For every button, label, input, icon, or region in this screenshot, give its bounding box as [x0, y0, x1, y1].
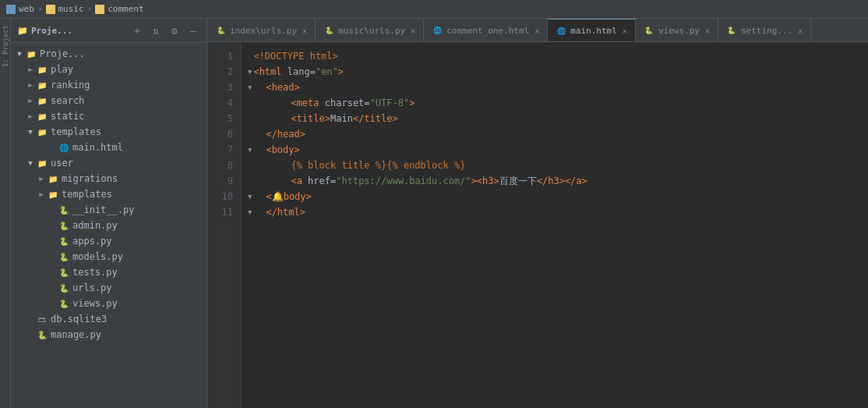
- tab-label-comment-one: comment_one.html: [446, 26, 529, 36]
- tab-music-urls[interactable]: 🐍 music\urls.py ✕: [316, 19, 424, 42]
- main-layout: 1: Project 📁 Proje... + ⇅ ⚙ — ▼ 📁 Proje.…: [0, 19, 868, 408]
- token-1-1: <!DOCTYPE html>: [253, 48, 337, 64]
- tab-settings[interactable]: 🐍 setting... ✕: [718, 19, 811, 42]
- tree-label-db-sqlite: db.sqlite3: [51, 314, 107, 325]
- token-6-1: </head>: [266, 126, 305, 142]
- breadcrumb-comment[interactable]: comment: [95, 4, 143, 14]
- expand-arrow-migrations: ▶: [36, 173, 47, 184]
- tree-item-tests-py[interactable]: 🐍 tests.py: [11, 264, 206, 280]
- tree-item-manage-py[interactable]: 🐍 manage.py: [11, 327, 206, 342]
- tree-collapse-button[interactable]: ⇅: [149, 23, 163, 37]
- tree-item-main-html[interactable]: 🌐 main.html: [11, 140, 206, 155]
- fold-2[interactable]: ▼: [248, 64, 252, 80]
- tree-item-play[interactable]: ▶ 📁 play: [11, 62, 206, 77]
- tab-label-views-py: views.py: [658, 26, 700, 36]
- token-9-7: </h3>: [537, 173, 565, 189]
- breadcrumb-web-label: web: [19, 4, 34, 14]
- token-2-1: <html: [253, 64, 281, 80]
- expand-arrow-user-templates: ▶: [36, 189, 47, 200]
- fold-5[interactable]: [248, 111, 252, 126]
- tree-item-project-root[interactable]: ▼ 📁 Proje...: [11, 46, 206, 62]
- tab-label-index-urls: index\urls.py: [230, 26, 297, 36]
- init-py-icon: 🐍: [58, 204, 70, 216]
- breadcrumb-sep-2: ›: [87, 4, 93, 14]
- line-num-6: 6: [207, 126, 241, 142]
- tree-item-views-py[interactable]: 🐍 views.py: [11, 296, 206, 311]
- code-line-10: ▼ < 🔔 body>: [242, 189, 868, 204]
- breadcrumb-music-label: music: [58, 4, 84, 14]
- tree-item-static[interactable]: ▶ 📁 static: [11, 108, 206, 124]
- tab-close-index-urls[interactable]: ✕: [302, 27, 307, 35]
- tree-add-button[interactable]: +: [130, 23, 144, 37]
- fold-7[interactable]: ▼: [248, 142, 252, 158]
- expand-arrow-search: ▶: [25, 95, 36, 106]
- tree-label-play: play: [51, 64, 73, 75]
- tree-item-user-templates[interactable]: ▶ 📁 templates: [11, 186, 206, 202]
- tree-item-user[interactable]: ▼ 📁 user: [11, 155, 206, 171]
- tree-label-templates: templates: [51, 126, 101, 137]
- static-folder-icon: 📁: [36, 110, 48, 122]
- tab-close-main-html[interactable]: ✕: [623, 27, 627, 35]
- fold-9[interactable]: [248, 173, 252, 189]
- root-folder-icon: 📁: [25, 48, 37, 60]
- tab-close-music-urls[interactable]: ✕: [411, 27, 415, 35]
- panel-strip: 1: Project: [0, 19, 11, 408]
- code-line-5: <title> Main </title>: [242, 111, 868, 126]
- fold-6[interactable]: [248, 126, 252, 142]
- tree-title-label: Proje...: [31, 26, 72, 36]
- tree-item-urls-py[interactable]: 🐍 urls.py: [11, 280, 206, 296]
- code-line-9: <a href= "https://www.baidu.com/" > <h3>…: [242, 173, 868, 189]
- tree-label-migrations: migrations: [62, 173, 118, 184]
- token-5-1: <title>: [291, 111, 330, 126]
- fold-4[interactable]: [248, 95, 252, 111]
- tree-folder-icon: 📁: [17, 26, 28, 36]
- tree-item-ranking[interactable]: ▶ 📁 ranking: [11, 77, 206, 93]
- tree-item-migrations[interactable]: ▶ 📁 migrations: [11, 171, 206, 186]
- tab-comment-one[interactable]: 🌐 comment_one.html ✕: [424, 19, 548, 42]
- admin-py-icon: 🐍: [58, 219, 70, 232]
- web-folder-icon: [6, 5, 16, 14]
- tree-label-project-root: Proje...: [40, 48, 85, 59]
- tree-close-button[interactable]: —: [186, 23, 200, 37]
- tab-bar: 🐍 index\urls.py ✕ 🐍 music\urls.py ✕ 🌐 co…: [207, 19, 868, 42]
- tree-item-db-sqlite[interactable]: 🗃 db.sqlite3: [11, 311, 206, 327]
- token-4-3: "UTF-8": [370, 95, 410, 111]
- tree-item-models-py[interactable]: 🐍 models.py: [11, 249, 206, 264]
- fold-10[interactable]: ▼: [248, 189, 252, 204]
- tree-item-apps-py[interactable]: 🐍 apps.py: [11, 233, 206, 249]
- tab-main-html[interactable]: 🌐 main.html ✕: [548, 19, 636, 42]
- tree-item-admin-py[interactable]: 🐍 admin.py: [11, 218, 206, 233]
- line-num-1: 1: [207, 48, 241, 64]
- tab-icon-comment-one: 🌐: [432, 25, 443, 36]
- music-folder-icon: [46, 5, 55, 14]
- breadcrumb-web[interactable]: web: [6, 4, 34, 14]
- code-line-7: ▼ <body>: [242, 142, 868, 158]
- user-templates-folder-icon: 📁: [47, 188, 59, 200]
- tree-settings-button[interactable]: ⚙: [168, 23, 182, 37]
- tree-item-templates[interactable]: ▼ 📁 templates: [11, 124, 206, 140]
- token-11-1: </html>: [266, 204, 305, 220]
- fold-8[interactable]: [248, 158, 252, 173]
- line-numbers: 1 2 3 4 5 6 7 8 9 10 11: [207, 42, 242, 408]
- expand-arrow-ranking: ▶: [25, 80, 36, 90]
- tree-label-main-html: main.html: [72, 142, 123, 153]
- tab-close-comment-one[interactable]: ✕: [535, 27, 539, 35]
- tab-close-views-py[interactable]: ✕: [705, 27, 710, 35]
- tab-views-py[interactable]: 🐍 views.py ✕: [636, 19, 718, 42]
- line-num-9: 9: [207, 173, 241, 189]
- fold-11[interactable]: ▼: [248, 204, 252, 220]
- project-panel-label[interactable]: 1: Project: [2, 22, 9, 70]
- tree-item-search[interactable]: ▶ 📁 search: [11, 93, 206, 108]
- tree-label-static: static: [51, 111, 84, 122]
- tab-index-urls[interactable]: 🐍 index\urls.py ✕: [207, 19, 316, 42]
- breadcrumb-music[interactable]: music: [46, 4, 84, 14]
- tab-close-settings[interactable]: ✕: [798, 27, 803, 35]
- views-py-icon: 🐍: [58, 297, 70, 310]
- fold-3[interactable]: ▼: [248, 80, 252, 95]
- tree-label-models-py: models.py: [72, 251, 123, 262]
- code-area: 🐍 index\urls.py ✕ 🐍 music\urls.py ✕ 🌐 co…: [207, 19, 868, 408]
- tree-item-init-py[interactable]: 🐍 __init__.py: [11, 202, 206, 218]
- db-sqlite-icon: 🗃: [36, 313, 48, 325]
- code-lines[interactable]: <!DOCTYPE html> ▼ <html lang= "en" > ▼ <…: [242, 42, 868, 408]
- fold-1[interactable]: [248, 48, 252, 64]
